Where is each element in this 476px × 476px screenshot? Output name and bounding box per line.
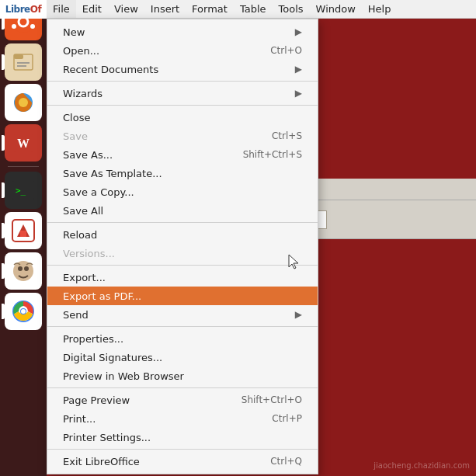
menu-recent[interactable]: Recent Documents ▶ bbox=[47, 60, 318, 78]
menu-properties[interactable]: Properties... bbox=[47, 329, 318, 348]
sep-7 bbox=[47, 449, 318, 450]
file-menu: New ▶ Open... Ctrl+O Recent Documents ▶ … bbox=[47, 19, 318, 474]
menu-close-label: Close bbox=[63, 112, 302, 123]
sep-6 bbox=[47, 387, 318, 388]
svg-text:W: W bbox=[17, 137, 30, 150]
menu-page-preview-shortcut: Shift+Ctrl+O bbox=[241, 394, 302, 405]
svg-point-20 bbox=[24, 266, 29, 271]
svg-rect-6 bbox=[14, 54, 23, 59]
menubar-table[interactable]: Table bbox=[234, 0, 273, 18]
menubar-edit[interactable]: Edit bbox=[76, 0, 108, 18]
menu-printer-settings[interactable]: Printer Settings... bbox=[47, 428, 318, 446]
menu-recent-label: Recent Documents bbox=[63, 64, 292, 75]
menu-save[interactable]: Save Ctrl+S bbox=[47, 127, 318, 145]
menu-recent-arrow: ▶ bbox=[295, 64, 302, 75]
menu-save-label: Save bbox=[63, 130, 256, 142]
menu-save-as[interactable]: Save As... Shift+Ctrl+S bbox=[47, 145, 318, 164]
menubar-view[interactable]: View bbox=[108, 0, 144, 18]
menu-wizards[interactable]: Wizards ▶ bbox=[47, 84, 318, 102]
menu-save-template[interactable]: Save As Template... bbox=[47, 164, 318, 182]
sep-5 bbox=[47, 326, 318, 327]
menubar-window[interactable]: Window bbox=[310, 0, 362, 18]
menu-export-label: Export... bbox=[63, 272, 302, 283]
menubar-tools[interactable]: Tools bbox=[273, 0, 310, 18]
menubar-items: File Edit View Insert Format Table Tools… bbox=[47, 0, 397, 18]
menu-export-pdf[interactable]: Export as PDF... bbox=[47, 287, 318, 305]
menu-wizards-arrow: ▶ bbox=[295, 88, 302, 99]
svg-text:>_: >_ bbox=[16, 186, 26, 196]
sidebar-icon-firefox[interactable] bbox=[5, 84, 42, 121]
watermark: jiaocheng.chazidian.com bbox=[374, 461, 470, 470]
menubar-file[interactable]: File bbox=[47, 0, 76, 18]
menu-reload[interactable]: Reload bbox=[47, 225, 318, 244]
menubar-insert[interactable]: Insert bbox=[144, 0, 186, 18]
menu-versions-label: Versions... bbox=[63, 248, 302, 259]
svg-point-24 bbox=[21, 309, 26, 314]
menu-reload-label: Reload bbox=[63, 229, 302, 241]
menu-save-as-shortcut: Shift+Ctrl+S bbox=[243, 149, 302, 160]
menu-printer-settings-label: Printer Settings... bbox=[63, 432, 302, 443]
svg-point-3 bbox=[30, 24, 35, 29]
menu-export[interactable]: Export... bbox=[47, 268, 318, 287]
menubar: LibreOf File Edit View Insert Format Tab… bbox=[0, 0, 476, 19]
menu-send[interactable]: Send ▶ bbox=[47, 305, 318, 324]
menu-open[interactable]: Open... Ctrl+O bbox=[47, 41, 318, 60]
menu-save-copy[interactable]: Save a Copy... bbox=[47, 182, 318, 201]
menu-preview-web[interactable]: Preview in Web Browser bbox=[47, 367, 318, 385]
menubar-format[interactable]: Format bbox=[186, 0, 234, 18]
menu-send-label: Send bbox=[63, 309, 292, 321]
menubar-help[interactable]: Help bbox=[362, 0, 398, 18]
menu-new-arrow: ▶ bbox=[295, 26, 302, 37]
menu-page-preview[interactable]: Page Preview Shift+Ctrl+O bbox=[47, 391, 318, 409]
menu-properties-label: Properties... bbox=[63, 333, 302, 345]
menu-exit[interactable]: Exit LibreOffice Ctrl+Q bbox=[47, 452, 318, 471]
menu-close[interactable]: Close bbox=[47, 108, 318, 127]
menu-save-all-label: Save All bbox=[63, 205, 302, 217]
sep-2 bbox=[47, 105, 318, 106]
menu-new-label: New bbox=[63, 26, 292, 38]
menu-open-label: Open... bbox=[63, 45, 255, 57]
menu-wizards-label: Wizards bbox=[63, 88, 292, 99]
sidebar-icon-libreoffice[interactable]: W bbox=[5, 124, 42, 162]
sidebar-icon-terminal[interactable]: >_ bbox=[5, 172, 42, 209]
menu-save-shortcut: Ctrl+S bbox=[272, 130, 302, 141]
menu-print[interactable]: Print... Ctrl+P bbox=[47, 409, 318, 428]
menu-digital-signatures-label: Digital Signatures... bbox=[63, 352, 302, 363]
menu-versions[interactable]: Versions... bbox=[47, 244, 318, 262]
menu-preview-web-label: Preview in Web Browser bbox=[63, 370, 302, 382]
menu-print-label: Print... bbox=[63, 413, 256, 425]
sep-3 bbox=[47, 222, 318, 223]
menu-save-template-label: Save As Template... bbox=[63, 168, 302, 179]
sep-4 bbox=[47, 265, 318, 266]
sidebar-divider-1 bbox=[8, 166, 39, 167]
menu-digital-signatures[interactable]: Digital Signatures... bbox=[47, 348, 318, 367]
sidebar: W >_ bbox=[0, 0, 47, 476]
sidebar-icon-filezilla[interactable] bbox=[5, 212, 42, 249]
sidebar-icon-chromium[interactable] bbox=[5, 293, 42, 330]
sep-1 bbox=[47, 81, 318, 82]
svg-point-19 bbox=[18, 266, 23, 271]
svg-point-10 bbox=[19, 98, 28, 107]
menu-print-shortcut: Ctrl+P bbox=[272, 413, 302, 424]
menu-save-copy-label: Save a Copy... bbox=[63, 186, 302, 198]
app-logo: LibreOf bbox=[5, 4, 41, 15]
svg-point-4 bbox=[12, 24, 16, 29]
menu-new[interactable]: New ▶ bbox=[47, 23, 318, 41]
sidebar-icon-gimp[interactable] bbox=[5, 252, 42, 290]
menu-page-preview-label: Page Preview bbox=[63, 394, 226, 406]
menu-open-shortcut: Ctrl+O bbox=[270, 45, 302, 56]
menu-save-as-label: Save As... bbox=[63, 149, 228, 161]
sidebar-icon-files[interactable] bbox=[5, 43, 42, 81]
menu-exit-shortcut: Ctrl+Q bbox=[270, 456, 302, 467]
menu-export-pdf-label: Export as PDF... bbox=[63, 290, 302, 302]
menu-send-arrow: ▶ bbox=[295, 309, 302, 320]
svg-rect-17 bbox=[20, 231, 26, 237]
menu-exit-label: Exit LibreOffice bbox=[63, 456, 255, 467]
menu-save-all[interactable]: Save All bbox=[47, 201, 318, 220]
